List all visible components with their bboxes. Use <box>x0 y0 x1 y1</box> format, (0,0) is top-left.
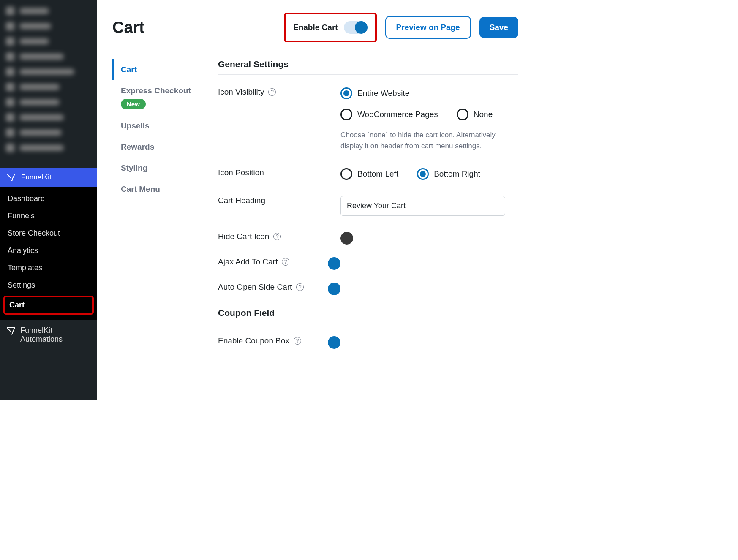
sidebar-group-funnelkit[interactable]: FunnelKit <box>0 168 97 187</box>
radio-entire-website-label: Entire Website <box>357 89 409 98</box>
sidebar-item-store-checkout[interactable]: Store Checkout <box>0 225 97 242</box>
radio-woocommerce-label: WooCommerce Pages <box>357 110 438 119</box>
help-icon[interactable]: ? <box>268 88 276 96</box>
radio-bottom-right[interactable] <box>417 168 429 180</box>
preview-button[interactable]: Preview on Page <box>385 16 471 39</box>
section-coupon-title: Coupon Field <box>218 308 518 323</box>
sidebar-group-label: FunnelKit <box>21 173 52 182</box>
sidebar-item-templates[interactable]: Templates <box>0 259 97 277</box>
ajax-add-label: Ajax Add To Cart <box>218 257 278 266</box>
field-ajax-add: Ajax Add To Cart ? <box>218 257 518 266</box>
icon-visibility-label: Icon Visibility <box>218 87 264 97</box>
field-auto-open: Auto Open Side Cart ? <box>218 283 518 292</box>
radio-bottom-right-label: Bottom Right <box>434 169 480 179</box>
radio-bottom-left-label: Bottom Left <box>357 169 398 179</box>
icon-visibility-hint: Choose `none` to hide the cart icon. Alt… <box>340 130 509 152</box>
help-icon[interactable]: ? <box>273 233 281 240</box>
cart-heading-input[interactable] <box>340 196 505 216</box>
radio-none[interactable] <box>457 109 468 120</box>
help-icon[interactable]: ? <box>294 337 301 345</box>
tab-cart-menu[interactable]: Cart Menu <box>112 179 210 200</box>
sidebar-item-cart[interactable]: Cart <box>3 296 94 315</box>
page-title: Cart <box>112 19 144 37</box>
tab-upsells[interactable]: Upsells <box>112 115 210 136</box>
admin-sidebar: FunnelKit Dashboard Funnels Store Checko… <box>0 0 97 400</box>
radio-bottom-left[interactable] <box>340 168 352 180</box>
enable-coupon-label: Enable Coupon Box <box>218 336 289 345</box>
funnelkit-icon <box>6 172 16 182</box>
tab-express-checkout-label: Express Checkout <box>121 86 191 95</box>
blurred-menu-items <box>0 0 97 168</box>
field-hide-cart-icon: Hide Cart Icon ? <box>218 232 518 241</box>
field-icon-visibility: Icon Visibility ? Entire Website WooComm… <box>218 87 518 152</box>
field-cart-heading: Cart Heading <box>218 196 518 216</box>
sidebar-automations-label: FunnelKit Automations <box>20 326 91 344</box>
radio-none-label: None <box>474 110 493 119</box>
help-icon[interactable]: ? <box>296 283 304 291</box>
field-enable-coupon: Enable Coupon Box ? <box>218 336 518 345</box>
sidebar-item-dashboard[interactable]: Dashboard <box>0 190 97 207</box>
new-badge: New <box>121 99 146 109</box>
sidebar-item-funnels[interactable]: Funnels <box>0 207 97 225</box>
tab-styling[interactable]: Styling <box>112 158 210 179</box>
main-content: Cart Enable Cart Preview on Page Save Ca… <box>97 0 527 400</box>
help-icon[interactable]: ? <box>282 258 289 266</box>
tab-express-checkout[interactable]: Express Checkout New <box>112 80 210 115</box>
settings-panel: General Settings Icon Visibility ? Entir… <box>218 59 518 362</box>
radio-entire-website[interactable] <box>340 87 352 99</box>
icon-position-label: Icon Position <box>218 168 264 177</box>
enable-cart-box: Enable Cart <box>284 13 377 42</box>
save-button[interactable]: Save <box>479 17 518 38</box>
sidebar-item-settings[interactable]: Settings <box>0 277 97 294</box>
topbar: Cart Enable Cart Preview on Page Save <box>112 13 518 42</box>
settings-tabs: Cart Express Checkout New Upsells Reward… <box>112 59 210 362</box>
funnelkit-submenu: Dashboard Funnels Store Checkout Analyti… <box>0 187 97 320</box>
funnelkit-automations-icon <box>6 326 16 336</box>
enable-cart-toggle[interactable] <box>344 21 368 34</box>
radio-woocommerce-pages[interactable] <box>340 109 352 120</box>
auto-open-label: Auto Open Side Cart <box>218 283 292 292</box>
section-general-title: General Settings <box>218 59 518 75</box>
enable-cart-label: Enable Cart <box>293 23 338 32</box>
tab-cart[interactable]: Cart <box>112 59 210 80</box>
tab-rewards[interactable]: Rewards <box>112 136 210 158</box>
field-icon-position: Icon Position Bottom Left Bottom Right <box>218 168 518 180</box>
sidebar-item-automations[interactable]: FunnelKit Automations <box>0 320 97 350</box>
hide-cart-icon-label: Hide Cart Icon <box>218 232 269 241</box>
sidebar-item-analytics[interactable]: Analytics <box>0 242 97 259</box>
cart-heading-label: Cart Heading <box>218 196 265 205</box>
